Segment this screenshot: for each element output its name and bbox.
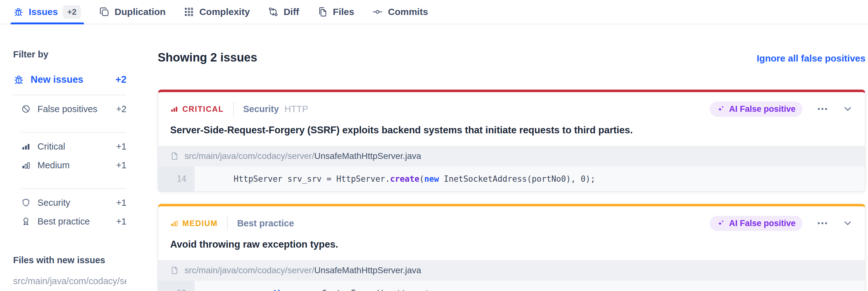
ai-badge-label: AI False positive: [729, 104, 796, 114]
tab-duplication[interactable]: Duplication: [99, 0, 165, 24]
filter-label: Medium: [37, 160, 70, 170]
severity-label: MEDIUM: [182, 219, 218, 228]
code-snippet: 32 throw new CustomError(); // empty err…: [158, 281, 865, 291]
file-path-band: src/main/java/com/codacy/server/UnsafeMa…: [158, 260, 865, 281]
filter-label: Best practice: [37, 216, 90, 227]
filter-new-issues[interactable]: New issues +2: [13, 74, 126, 85]
chevron-down-icon[interactable]: [842, 104, 853, 114]
filter-best-practice[interactable]: Best practice +1: [21, 212, 126, 231]
tab-bar: Issues +2 Duplication Complexity: [0, 0, 868, 24]
issue-subcategory: HTTP: [284, 104, 308, 114]
tab-files[interactable]: Files: [317, 0, 354, 24]
filter-label: Critical: [37, 141, 65, 152]
showing-issues-heading: Showing 2 issues: [158, 51, 257, 65]
tab-label: Files: [333, 6, 354, 17]
divider: [233, 102, 234, 116]
filter-count: +2: [116, 104, 126, 114]
severity-bars-icon: [170, 219, 178, 227]
filter-medium[interactable]: Medium +1: [21, 156, 126, 174]
tab-diff[interactable]: Diff: [268, 0, 299, 24]
severity-label: CRITICAL: [182, 105, 224, 114]
filters-sidebar: Filter by New issues +2: [13, 24, 126, 291]
filter-label: Security: [37, 198, 70, 208]
chevron-down-icon[interactable]: [842, 218, 853, 229]
ai-false-positive-badge[interactable]: AI False positive: [710, 216, 802, 231]
tab-label: Diff: [283, 6, 299, 17]
severity-bars-icon: [170, 105, 178, 113]
tab-issues-count-badge: +2: [63, 5, 81, 19]
file-path-link[interactable]: src/main/java/com/codacy/server/UnsafeMa…: [185, 265, 421, 276]
files-icon: [317, 6, 328, 17]
issues-panel: Showing 2 issues Ignore all false positi…: [158, 24, 866, 291]
issue-category: Best practice: [237, 218, 294, 229]
issue-card-critical: CRITICAL Security HTTP AI False positive: [158, 90, 866, 192]
ban-icon: [21, 104, 31, 114]
filter-critical[interactable]: Critical +1: [21, 137, 126, 156]
tab-label: Commits: [388, 6, 428, 17]
severity-badge: CRITICAL: [170, 105, 224, 114]
shield-icon: [21, 198, 31, 207]
tab-label: Complexity: [199, 6, 250, 17]
issue-card-medium: MEDIUM Best practice AI False positive: [158, 204, 866, 291]
severity-badge: MEDIUM: [170, 219, 218, 228]
filter-count: +1: [116, 160, 126, 170]
issue-title: Avoid throwing raw exception types.: [158, 238, 865, 250]
filter-count: +1: [116, 198, 126, 208]
file-icon: [170, 152, 179, 160]
filter-security[interactable]: Security +1: [21, 193, 126, 212]
ai-false-positive-badge[interactable]: AI False positive: [710, 101, 802, 117]
award-icon: [21, 217, 31, 226]
file-group-path: src/main/java/com/codacy/se...: [13, 276, 126, 286]
tab-commits[interactable]: Commits: [372, 0, 428, 24]
ai-badge-label: AI False positive: [729, 219, 796, 228]
code-snippet: 14 HttpServer srv_srv = HttpServer.creat…: [158, 166, 865, 191]
filter-count: +1: [116, 216, 126, 227]
filter-count: +1: [116, 141, 126, 152]
severity-bars-full-icon: [21, 142, 31, 151]
filter-count: +2: [116, 74, 126, 85]
divider: [227, 216, 228, 230]
git-compare-icon: [268, 6, 279, 17]
tab-issues[interactable]: Issues +2: [13, 0, 81, 24]
more-options-icon[interactable]: [816, 217, 829, 229]
files-with-new-issues-heading: Files with new issues: [13, 255, 126, 265]
severity-bars-medium-icon: [21, 160, 31, 170]
bug-icon: [13, 74, 24, 85]
issue-title: Server-Side-Request-Forgery (SSRF) explo…: [158, 124, 865, 136]
more-options-icon[interactable]: [816, 103, 829, 115]
tab-label: Issues: [29, 6, 58, 17]
complexity-grid-icon: [184, 6, 194, 17]
file-path-link[interactable]: src/main/java/com/codacy/server/UnsafeMa…: [185, 151, 421, 161]
filter-false-positives[interactable]: False positives +2: [21, 100, 126, 118]
code-line: throw new CustomError(); // empty error: [194, 281, 865, 291]
git-commit-icon: [372, 6, 383, 17]
tab-label: Duplication: [115, 6, 165, 17]
file-path-band: src/main/java/com/codacy/server/UnsafeMa…: [158, 146, 865, 166]
sparkles-icon: [717, 105, 725, 114]
line-number: 14: [158, 166, 194, 191]
filter-label: New issues: [31, 74, 83, 85]
file-icon: [170, 266, 179, 275]
duplication-copy-icon: [99, 6, 110, 17]
line-number: 32: [158, 281, 194, 291]
filter-by-heading: Filter by: [13, 49, 126, 60]
ignore-all-false-positives-link[interactable]: Ignore all false positives: [757, 53, 866, 64]
issue-category: Security: [243, 104, 279, 114]
filter-label: False positives: [37, 104, 97, 114]
code-line: HttpServer srv_srv = HttpServer.create(n…: [194, 166, 865, 191]
sparkles-icon: [717, 219, 725, 228]
tab-complexity[interactable]: Complexity: [184, 0, 250, 24]
bug-icon: [13, 6, 24, 17]
